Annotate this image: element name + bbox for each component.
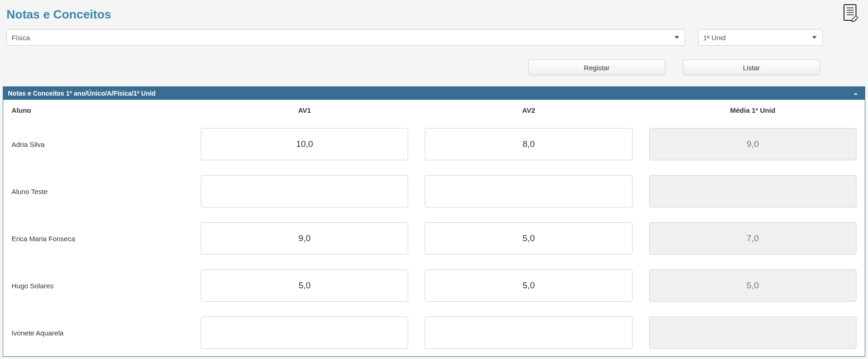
av1-input[interactable] [201, 222, 408, 255]
av1-input[interactable] [201, 316, 408, 349]
svg-point-3 [844, 14, 844, 15]
media-input [649, 316, 856, 349]
student-name: Hugo Solares [12, 282, 54, 290]
unit-select[interactable]: 1ª Unid [698, 29, 823, 46]
student-name: Aluno Teste [12, 188, 48, 195]
media-input [649, 175, 856, 207]
av2-input[interactable] [425, 222, 632, 255]
svg-point-2 [844, 12, 844, 12]
media-input [649, 269, 856, 302]
student-name: Ivonete Aquarela [12, 329, 64, 337]
table-row: Erica Maria Fonseca [3, 215, 865, 262]
svg-point-1 [844, 9, 844, 10]
av1-input[interactable] [201, 269, 408, 302]
register-button[interactable]: Registar [528, 60, 665, 75]
svg-point-4 [844, 16, 844, 17]
col-header-aluno: Aluno [3, 100, 193, 121]
table-row: Hugo Solares [3, 262, 865, 309]
av2-input[interactable] [425, 269, 632, 302]
media-input [649, 128, 856, 160]
svg-point-0 [844, 7, 844, 8]
col-header-av2: AV2 [416, 100, 640, 121]
student-name: Erica Maria Fonseca [12, 235, 75, 243]
grades-table: Aluno AV1 AV2 Média 1ª Unid Adria SilvaA… [3, 100, 865, 356]
subject-select[interactable]: Física [6, 29, 685, 46]
table-row: Ivonete Aquarela [3, 309, 865, 356]
grades-panel: Notas e Conceitos 1º ano/Único/A/Física/… [3, 86, 865, 357]
panel-collapse-button[interactable]: ‐ [851, 91, 860, 96]
table-row: Adria Silva [3, 121, 865, 168]
av1-input[interactable] [201, 128, 408, 160]
student-name: Adria Silva [12, 140, 45, 148]
col-header-av1: AV1 [193, 100, 416, 121]
av1-input[interactable] [201, 175, 408, 207]
page-title: Notas e Conceitos [6, 7, 862, 22]
col-header-media: Média 1ª Unid [641, 100, 865, 121]
media-input [649, 222, 856, 255]
list-button[interactable]: Listar [683, 60, 820, 75]
notebook-edit-icon[interactable] [841, 3, 860, 24]
av2-input[interactable] [425, 128, 632, 160]
av2-input[interactable] [425, 316, 632, 349]
table-row: Aluno Teste [3, 168, 865, 215]
av2-input[interactable] [425, 175, 632, 207]
panel-title: Notas e Conceitos 1º ano/Único/A/Física/… [8, 90, 156, 97]
